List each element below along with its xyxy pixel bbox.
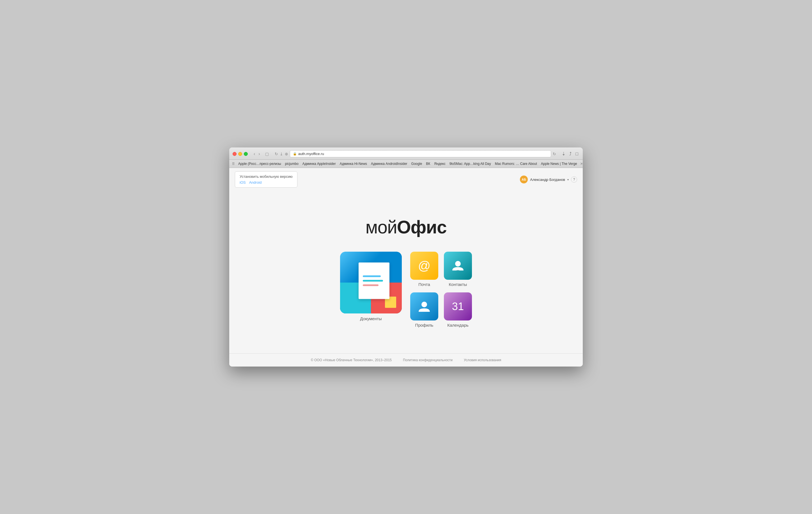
mobile-install-box: Установить мобильную версию iOS Android bbox=[235, 171, 297, 188]
app-profile: Профиль bbox=[410, 292, 438, 327]
bookmarks-more-button[interactable]: >> bbox=[579, 161, 583, 166]
svg-point-0 bbox=[455, 261, 461, 267]
bookmark-applenews[interactable]: Apple News | The Verge bbox=[539, 161, 579, 166]
bookmark-google[interactable]: Google bbox=[410, 161, 424, 166]
title-bar: ‹ › ▢ ↻ ⤓ ⊕ 🔒 auth.myoffice.ru ↻ ⇣ ⤴ □ bbox=[229, 147, 583, 160]
bookmark-apple[interactable]: Apple (Росс…пресс-релизы bbox=[236, 161, 283, 166]
bookmark-hinews[interactable]: Админка Hi-News bbox=[338, 161, 369, 166]
brand-large: Офис bbox=[397, 217, 447, 237]
sidebar-button[interactable]: ▢ bbox=[264, 151, 270, 157]
toolbar-icons: ⇣ ⤴ □ bbox=[560, 151, 579, 157]
user-area: АБ Александр Богданов ▾ ? bbox=[520, 175, 577, 183]
profile-label: Профиль bbox=[415, 323, 434, 327]
svg-point-2 bbox=[422, 302, 427, 307]
contacts-icon[interactable] bbox=[444, 252, 472, 280]
browser-window: ‹ › ▢ ↻ ⤓ ⊕ 🔒 auth.myoffice.ru ↻ ⇣ ⤴ □ ⠿… bbox=[229, 147, 583, 367]
profile-person-svg bbox=[417, 299, 431, 314]
forward-button[interactable]: › bbox=[257, 151, 261, 157]
bookmark-androidinsider[interactable]: Админка AndroidInsider bbox=[369, 161, 409, 166]
page-header: Установить мобильную версию iOS Android … bbox=[229, 168, 583, 191]
footer-terms-link[interactable]: Условия использования bbox=[464, 358, 501, 362]
url-text: auth.myoffice.ru bbox=[298, 152, 324, 156]
back-button[interactable]: ‹ bbox=[252, 151, 257, 157]
address-bar-container: ↻ ⤓ ⊕ 🔒 auth.myoffice.ru ↻ bbox=[275, 150, 556, 157]
page-content: Установить мобильную версию iOS Android … bbox=[229, 168, 583, 367]
ios-link[interactable]: iOS bbox=[240, 180, 246, 185]
nav-buttons: ‹ › bbox=[252, 151, 261, 157]
bookmark-9to5mac[interactable]: 9to5Mac: App…king All Day bbox=[448, 161, 493, 166]
mail-label: Почта bbox=[418, 282, 430, 287]
bookmark-macrumors[interactable]: Mac Rumors: … Care About bbox=[493, 161, 539, 166]
calendar-label: Календарь bbox=[447, 323, 469, 327]
download-icon[interactable]: ⤓ bbox=[280, 152, 283, 156]
plus-nav-icon[interactable]: ⊕ bbox=[285, 152, 288, 156]
close-button[interactable] bbox=[233, 152, 236, 156]
person-svg bbox=[451, 259, 465, 273]
documents-icon[interactable] bbox=[340, 252, 402, 314]
minimize-button[interactable] bbox=[238, 152, 242, 156]
calendar-day: 31 bbox=[452, 300, 464, 313]
app-mail: @ Почта bbox=[410, 252, 438, 287]
small-apps-grid: @ Почта Контакты bbox=[410, 252, 472, 327]
user-name[interactable]: Александр Богданов bbox=[530, 178, 565, 182]
at-symbol: @ bbox=[418, 259, 431, 273]
bookmark-appleinsider[interactable]: Админка AppleInsider bbox=[301, 161, 338, 166]
traffic-lights bbox=[233, 152, 248, 156]
bookmark-yandex[interactable]: Яндекс bbox=[432, 161, 447, 166]
main-content: мойОфис Доку bbox=[229, 191, 583, 353]
footer-privacy-link[interactable]: Политика конфиденциальности bbox=[403, 358, 453, 362]
bookmarks-grid-icon[interactable]: ⠿ bbox=[232, 162, 235, 166]
brand-title: мойОфис bbox=[365, 217, 446, 238]
help-button[interactable]: ? bbox=[571, 177, 577, 183]
history-icon[interactable]: ↻ bbox=[275, 152, 278, 156]
footer-copyright: © ООО «Новые Облачные Технологии», 2013–… bbox=[311, 358, 392, 362]
user-dropdown-chevron[interactable]: ▾ bbox=[567, 178, 569, 181]
bookmark-vk[interactable]: ВК bbox=[424, 161, 432, 166]
docs-icon-paper bbox=[358, 263, 389, 299]
doc-line-1 bbox=[363, 275, 381, 277]
svg-rect-1 bbox=[457, 270, 459, 271]
mobile-links: iOS Android bbox=[240, 180, 293, 185]
contacts-label: Контакты bbox=[449, 282, 467, 287]
page-footer: © ООО «Новые Облачные Технологии», 2013–… bbox=[229, 353, 583, 367]
download-toolbar-button[interactable]: ⇣ bbox=[560, 151, 567, 157]
app-calendar: 31 Календарь bbox=[444, 292, 472, 327]
doc-line-2 bbox=[363, 280, 383, 282]
maximize-button[interactable] bbox=[244, 152, 248, 156]
apps-grid: Документы @ Почта bbox=[340, 252, 472, 327]
new-window-button[interactable]: □ bbox=[574, 151, 579, 157]
address-bar[interactable]: 🔒 auth.myoffice.ru bbox=[290, 150, 551, 157]
bookmarks-bar: ⠿ Apple (Росс…пресс-релизы picjumbo Адми… bbox=[229, 160, 583, 168]
doc-line-3 bbox=[363, 285, 378, 286]
share-button[interactable]: ⤴ bbox=[568, 151, 573, 157]
app-documents: Документы bbox=[340, 252, 402, 321]
user-avatar: АБ bbox=[520, 175, 528, 183]
lock-icon: 🔒 bbox=[293, 152, 297, 156]
brand-small: мой bbox=[365, 217, 397, 237]
profile-icon[interactable] bbox=[410, 292, 438, 321]
bookmark-picjumbo[interactable]: picjumbo bbox=[283, 161, 300, 166]
app-contacts: Контакты bbox=[444, 252, 472, 287]
documents-label: Документы bbox=[360, 316, 382, 321]
android-link[interactable]: Android bbox=[249, 180, 262, 185]
calendar-icon[interactable]: 31 bbox=[444, 292, 472, 321]
install-title: Установить мобильную версию bbox=[240, 174, 293, 179]
mail-icon[interactable]: @ bbox=[410, 252, 438, 280]
reload-button[interactable]: ↻ bbox=[553, 152, 556, 156]
